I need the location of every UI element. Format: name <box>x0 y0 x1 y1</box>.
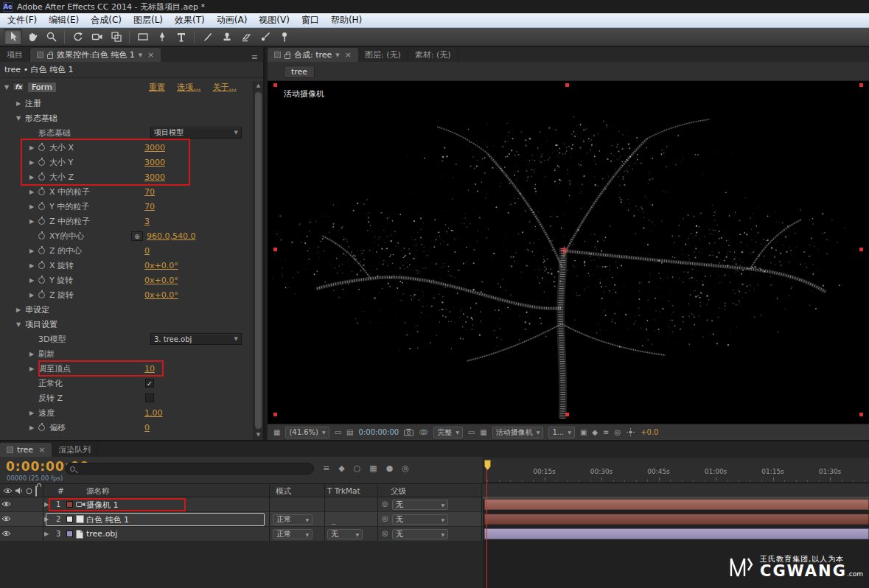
hand-tool[interactable] <box>23 29 41 45</box>
layer-color-chip[interactable] <box>66 501 73 508</box>
mask-visibility-icon[interactable]: ▤ <box>346 428 353 436</box>
eye-icon[interactable] <box>1 515 11 522</box>
hide-shy-layers-icon[interactable]: ○ <box>354 463 361 473</box>
twirl-icon[interactable]: ▼ <box>16 321 25 328</box>
timeline-ruler[interactable]: 00:15s00:30s00:45s01:00s01:15s01:30s01:4 <box>483 458 869 483</box>
twirl-icon[interactable]: ▶ <box>29 365 38 372</box>
twirl-icon[interactable]: ▶ <box>29 174 38 181</box>
graph-editor-icon[interactable]: ◎ <box>402 463 409 473</box>
twirl-icon[interactable]: ▶ <box>29 277 38 284</box>
parent-dropdown[interactable]: 无▼ <box>392 514 448 525</box>
viewport-timecode[interactable]: 0:00:00:00 <box>359 428 399 436</box>
eye-icon[interactable] <box>1 500 11 508</box>
timeline-search[interactable] <box>65 463 314 475</box>
stopwatch-icon[interactable] <box>38 248 45 254</box>
menu-item-7[interactable]: 窗口 <box>296 13 325 27</box>
region-of-interest-icon[interactable]: ▭ <box>468 428 475 436</box>
property-value-调至顶点[interactable]: 10 <box>144 364 155 374</box>
parent-pickwhip-icon[interactable]: ◎ <box>382 529 388 537</box>
flowchart-button-icon[interactable]: ◎ <box>614 428 621 436</box>
scrollbar[interactable]: ▲ ▼ <box>253 81 263 440</box>
mode-dropdown[interactable]: 正常▼ <box>273 529 313 539</box>
close-icon[interactable]: × <box>147 50 154 60</box>
tab-project[interactable]: 项目 <box>0 48 30 62</box>
layer-row-tree.obj[interactable]: ▶3tree.obj正常▼无▼◎无▼ <box>0 527 483 542</box>
mode-dropdown[interactable]: 正常▼ <box>273 514 313 525</box>
twirl-icon[interactable]: ▶ <box>29 218 38 225</box>
twirl-icon[interactable]: ▶ <box>29 262 38 269</box>
point-picker-icon[interactable]: ⊕ <box>131 231 143 241</box>
twirl-icon[interactable]: ▶ <box>29 410 38 416</box>
property-dropdown-形态基础[interactable]: 项目模型▼ <box>150 127 242 139</box>
comp-corner-handle[interactable] <box>859 248 863 251</box>
selection-tool[interactable] <box>4 29 22 45</box>
column-mode[interactable]: 模式 <box>276 486 291 497</box>
transparency-grid-icon[interactable]: ▦ <box>480 428 486 436</box>
type-tool[interactable] <box>172 29 190 45</box>
menu-item-8[interactable]: 帮助(H) <box>325 13 368 27</box>
about-link[interactable]: 关于... <box>213 82 237 93</box>
pixel-aspect-correction-icon[interactable]: ▣ <box>580 428 587 436</box>
property-value-大小 Y[interactable]: 3000 <box>144 158 165 167</box>
property-value-Z 的中心[interactable]: 0 <box>144 246 150 256</box>
twirl-icon[interactable]: ▶ <box>44 501 49 508</box>
twirl-icon[interactable]: ▶ <box>29 351 38 357</box>
property-value-Y 旋转[interactable]: 0x+0.0° <box>144 276 178 285</box>
tab-effect-controls[interactable]: 效果控件:白色 纯色 1 ▼ × <box>30 48 161 62</box>
parent-dropdown[interactable]: 无▼ <box>392 529 448 539</box>
snapshot-icon[interactable] <box>404 428 413 436</box>
layer-name[interactable]: 摄像机 1 <box>86 500 119 511</box>
twirl-icon[interactable]: ▼ <box>4 84 9 91</box>
view-layout-dropdown[interactable]: 1...▼ <box>548 427 575 438</box>
layer-duration-bar-tree.obj[interactable] <box>484 528 869 539</box>
close-icon[interactable]: × <box>38 445 45 455</box>
unified-camera-tool[interactable] <box>88 29 106 45</box>
safe-areas-icon[interactable]: ▭ <box>335 428 341 436</box>
grid-and-guides-icon[interactable]: ▦ <box>273 428 280 436</box>
stopwatch-icon[interactable] <box>38 277 45 284</box>
chevron-down-icon[interactable]: ▼ <box>139 52 142 58</box>
shape-tool[interactable] <box>133 29 152 45</box>
rotation-tool[interactable] <box>69 29 87 45</box>
camera-view-dropdown[interactable]: 活动摄像机▼ <box>492 427 544 438</box>
property-checkbox-正常化[interactable]: ✓ <box>145 379 154 388</box>
eraser-tool[interactable] <box>237 29 255 45</box>
property-value-速度[interactable]: 1.00 <box>144 408 163 418</box>
exposure-value[interactable]: +0.0 <box>641 428 658 436</box>
comp-corner-handle[interactable] <box>273 248 277 251</box>
clone-stamp-tool[interactable] <box>217 29 236 45</box>
options-link[interactable]: 选项... <box>177 82 201 93</box>
resolution-dropdown[interactable]: 完整▼ <box>433 427 463 438</box>
timeline-tab-0[interactable]: tree× <box>0 443 52 457</box>
layer-color-chip[interactable] <box>66 516 73 522</box>
fast-preview-icon[interactable]: ◆ <box>592 428 598 436</box>
twirl-icon[interactable]: ▶ <box>16 307 25 313</box>
effect-name[interactable]: Form <box>28 83 56 92</box>
twirl-icon[interactable]: ▶ <box>16 100 25 107</box>
stopwatch-icon[interactable] <box>38 262 45 269</box>
twirl-icon[interactable]: ▶ <box>29 248 38 254</box>
show-channels-icon[interactable] <box>419 428 428 436</box>
menu-item-2[interactable]: 合成(C) <box>85 13 128 27</box>
property-value-偏移[interactable]: 0 <box>144 423 150 433</box>
comp-corner-handle[interactable] <box>273 83 277 87</box>
timeline-tab-1[interactable]: 渲染队列 <box>52 443 98 457</box>
twirl-icon[interactable]: ▶ <box>29 424 38 431</box>
stopwatch-icon[interactable] <box>38 203 45 210</box>
property-value-大小 X[interactable]: 3000 <box>144 143 165 153</box>
frame-blending-icon[interactable]: ▦ <box>369 463 377 473</box>
comp-tab-2[interactable]: 素材: (无) <box>408 48 458 62</box>
layer-row-摄像机 1[interactable]: ▶1摄像机 1◎无▼ <box>0 497 483 512</box>
comp-tab-0[interactable]: 合成: tree▼× <box>268 48 358 62</box>
stopwatch-icon[interactable] <box>38 292 45 298</box>
roto-brush-tool[interactable] <box>256 29 274 45</box>
timeline-button-icon[interactable]: ≡ <box>603 428 609 436</box>
menu-item-1[interactable]: 编辑(E) <box>43 13 85 27</box>
reset-link[interactable]: 重置 <box>149 82 165 93</box>
comp-corner-handle[interactable] <box>565 413 569 416</box>
comp-corner-handle[interactable] <box>859 83 863 87</box>
zoom-tool[interactable] <box>42 29 60 45</box>
property-value-XY的中心[interactable]: 960.0,540.0 <box>147 231 195 241</box>
twirl-icon[interactable]: ▼ <box>16 115 25 122</box>
property-value-Y 中的粒子[interactable]: 70 <box>144 202 155 211</box>
